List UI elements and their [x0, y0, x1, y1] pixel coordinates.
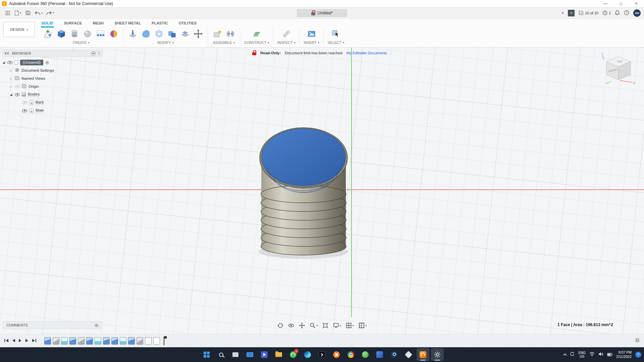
select-icon[interactable] [330, 28, 341, 40]
hidden-icons-chevron[interactable] [564, 354, 567, 357]
grid-settings-icon[interactable]: ▾ [345, 322, 355, 329]
tree-item-male[interactable]: Male [2, 107, 103, 115]
visibility-eye-icon[interactable] [7, 61, 12, 64]
collapse-panel-icon[interactable] [5, 52, 9, 54]
group-inspect-label[interactable]: INSPECT ▾ [277, 41, 296, 45]
editable-documents-link[interactable]: My Editable Documents [346, 51, 387, 55]
press-pull-icon[interactable] [127, 28, 138, 40]
tree-item-bodies[interactable]: ◢ Bodies [2, 90, 103, 99]
timeline-feature-icon[interactable] [78, 337, 85, 345]
viewport-canvas[interactable]: Read-Only: Document limit has been reach… [0, 48, 644, 347]
tree-item-root[interactable]: ◢ (Unsaved) ◎ [2, 58, 103, 66]
step-back-button[interactable] [12, 338, 15, 344]
tree-item-document-settings[interactable]: ▷ Document Settings [2, 66, 103, 74]
timeline-feature-icon[interactable] [103, 337, 110, 345]
group-assemble-label[interactable]: ASSEMBLE ▾ [213, 41, 235, 45]
tab-sheet-metal[interactable]: SHEET METAL [114, 21, 142, 27]
file-explorer-button[interactable] [272, 348, 285, 361]
terminal-button[interactable] [316, 348, 328, 361]
timeline-position-marker[interactable] [164, 337, 164, 345]
go-to-end-button[interactable] [32, 338, 37, 344]
fit-icon[interactable] [322, 322, 329, 329]
group-modify-label[interactable]: MODIFY ▾ [157, 41, 174, 45]
redo-icon[interactable]: ▾ [45, 9, 55, 17]
expand-icon[interactable]: ◢ [9, 93, 13, 96]
comments-panel[interactable]: COMMENTS ◎ [3, 321, 102, 329]
measure-icon[interactable] [281, 28, 292, 40]
orbit-icon[interactable] [277, 322, 284, 329]
create-form-icon[interactable] [108, 28, 119, 40]
timeline-feature-icon[interactable] [53, 337, 59, 345]
file-menu-icon[interactable]: ▾ [13, 9, 22, 17]
whatsapp-button[interactable]: 1 [287, 348, 300, 361]
expand-icon[interactable]: ▷ [9, 85, 13, 88]
notifications-bell-icon[interactable] [615, 10, 620, 16]
pan-icon[interactable] [298, 322, 306, 329]
settings-button[interactable] [431, 348, 444, 361]
visibility-eye-off-icon[interactable] [22, 101, 27, 104]
media-app-button[interactable] [258, 348, 271, 361]
tab-mesh[interactable]: MESH [92, 21, 105, 27]
group-select-label[interactable]: SELECT ▾ [328, 41, 344, 45]
start-button[interactable] [200, 348, 213, 361]
view-cube[interactable]: TOP FRONT Z X [601, 52, 636, 84]
go-to-start-button[interactable] [4, 338, 9, 344]
workspace-switcher[interactable]: DESIGN ▾ [3, 22, 35, 37]
edge-button[interactable] [301, 348, 314, 361]
undo-icon[interactable]: ▾ [34, 9, 44, 17]
tree-item-origin[interactable]: ▷ Origin [2, 82, 103, 90]
job-status-badge[interactable]: 1 [602, 10, 611, 15]
tab-surface[interactable]: SURFACE [63, 21, 83, 27]
maximize-button[interactable]: □ [613, 0, 629, 7]
insert-canvas-icon[interactable] [306, 28, 317, 40]
user-avatar[interactable]: AU [633, 9, 641, 17]
group-construct-label[interactable]: CONSTRUCT ▾ [244, 41, 269, 45]
timeline-feature-icon[interactable] [69, 337, 76, 345]
sync-tray-icon[interactable] [570, 352, 575, 358]
version-badge[interactable]: 10 of 10 [579, 10, 598, 15]
tab-utilities[interactable]: UTILITIES [178, 21, 198, 27]
display-app-button[interactable] [244, 348, 256, 361]
step-forward-button[interactable] [25, 338, 29, 344]
help-tray-icon[interactable]: ? [635, 352, 641, 358]
new-component-icon[interactable] [212, 28, 223, 40]
browser-header[interactable]: BROWSER [2, 50, 103, 57]
timeline-sketch-icon[interactable] [61, 337, 68, 345]
fillet-icon[interactable] [141, 28, 151, 40]
wifi-icon[interactable] [589, 352, 595, 358]
shell-icon[interactable] [154, 28, 164, 40]
zoom-icon[interactable]: ▾ [309, 322, 318, 329]
save-icon[interactable] [23, 9, 32, 17]
move-copy-icon[interactable] [193, 28, 204, 40]
battery-icon[interactable] [607, 352, 612, 358]
create-sketch-icon[interactable] [43, 28, 54, 40]
viewports-icon[interactable]: ▾ [358, 322, 367, 329]
group-insert-label[interactable]: INSERT ▾ [304, 41, 319, 45]
cylinder-icon[interactable] [69, 28, 80, 40]
joint-icon[interactable] [225, 28, 236, 40]
panel-drag-handle[interactable] [98, 51, 100, 55]
rectangular-pattern-icon[interactable] [95, 28, 106, 40]
activate-target-icon[interactable]: ◎ [45, 60, 49, 65]
expand-icon[interactable]: ▷ [9, 77, 13, 80]
clock[interactable]: 8:07 PM 2/11/2022 [616, 350, 632, 359]
tree-item-barb[interactable]: Barb [2, 99, 103, 107]
unity-button[interactable] [402, 348, 415, 361]
steam-button[interactable] [388, 348, 400, 361]
minimize-button[interactable]: — [598, 0, 613, 7]
fusion-360-button[interactable] [417, 348, 429, 361]
language-indicator[interactable]: ENG US [578, 351, 586, 358]
expand-icon[interactable]: ▷ [9, 69, 13, 72]
offset-plane-icon[interactable] [251, 28, 262, 40]
box-icon[interactable] [56, 28, 67, 40]
new-tab-button[interactable]: + [568, 10, 575, 16]
green-app-button[interactable] [359, 348, 372, 361]
timeline-document-icon[interactable] [153, 337, 160, 345]
look-at-icon[interactable] [287, 322, 295, 329]
timeline-feature-icon[interactable] [111, 337, 118, 345]
tab-plastic[interactable]: PLASTIC [151, 21, 168, 27]
visibility-eye-off-icon[interactable] [15, 85, 20, 88]
tab-solid[interactable]: SOLID [41, 21, 54, 27]
timeline-feature-icon[interactable] [44, 337, 51, 345]
threaded-cylinder-model[interactable] [258, 127, 349, 261]
